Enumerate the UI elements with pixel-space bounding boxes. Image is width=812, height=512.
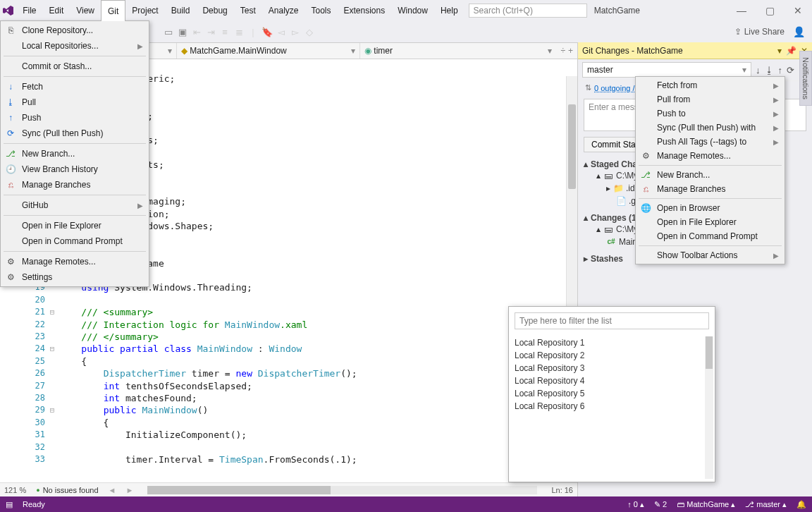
repo-list-item[interactable]: Local Repository 2 xyxy=(515,349,709,362)
ctx-fetch-item[interactable]: Fetch from▶ xyxy=(636,78,785,92)
search-input[interactable]: Search (Ctrl+Q) xyxy=(469,4,587,18)
ctx-remotes-item[interactable]: ⚙Manage Remotes... xyxy=(636,149,785,163)
menu-project[interactable]: Project xyxy=(125,0,164,21)
nav-class-combo[interactable]: ◆ MatchGame.MainWindow▾ xyxy=(176,43,359,59)
git-sync-item[interactable]: ⟳Sync (Pull then Push) xyxy=(1,126,149,141)
menu-analyze[interactable]: Analyze xyxy=(262,0,305,21)
status-push-count[interactable]: ↑ 0 ▴ xyxy=(627,500,644,509)
push-icon: ↑ xyxy=(5,113,16,123)
nav-member-combo[interactable]: ◉ timer▾ xyxy=(359,43,556,59)
select-all-icon[interactable]: ▣ xyxy=(176,25,189,38)
expand-icon[interactable]: + xyxy=(568,46,573,56)
menu-git[interactable]: Git xyxy=(101,0,125,21)
no-issues-indicator[interactable]: No issues found xyxy=(36,486,98,494)
status-branch[interactable]: ⎇ master ▴ xyxy=(745,500,787,509)
minimize-button[interactable]: — xyxy=(727,0,756,21)
git-explorer-item[interactable]: Open in File Explorer xyxy=(1,218,149,233)
bookmark-next-icon[interactable]: ▻ xyxy=(289,25,302,38)
menu-window[interactable]: Window xyxy=(391,0,434,21)
comment-icon[interactable]: ≣ xyxy=(233,25,245,38)
git-menu-dropdown: ⎘Clone Repository... Local Repositories.… xyxy=(0,20,149,287)
repo-list-item[interactable]: Local Repository 4 xyxy=(515,374,709,387)
pull-icon[interactable]: ⭳ xyxy=(765,65,774,75)
git-pull-item[interactable]: ⭳Pull xyxy=(1,95,149,110)
ctx-explorer-item[interactable]: Open in File Explorer xyxy=(636,215,785,229)
bookmark-clear-icon[interactable]: ◇ xyxy=(303,25,316,38)
account-icon[interactable]: 👤 xyxy=(793,26,805,37)
vs-logo-icon xyxy=(0,5,16,16)
git-local-repos-item[interactable]: Local Repositories...▶ xyxy=(1,38,149,54)
repo-filter-input[interactable] xyxy=(515,312,709,329)
repo-list-item[interactable]: Local Repository 5 xyxy=(515,387,709,400)
git-push-item[interactable]: ↑Push xyxy=(1,110,149,126)
git-commit-item[interactable]: Commit or Stash... xyxy=(1,59,149,74)
ctx-toolbar-item[interactable]: Show Toolbar Actions▶ xyxy=(636,248,785,262)
next-issue-icon[interactable]: ► xyxy=(125,486,133,494)
local-repos-popup: Local Repository 1Local Repository 2Loca… xyxy=(508,306,715,482)
prev-issue-icon[interactable]: ◄ xyxy=(109,486,116,494)
ctx-sync-item[interactable]: Sync (Pull then Push) with▶ xyxy=(636,121,785,135)
git-fetch-item[interactable]: ↓Fetch xyxy=(1,79,149,95)
status-bell-icon[interactable]: 🔔 xyxy=(796,500,806,509)
menu-debug[interactable]: Debug xyxy=(196,0,233,21)
maximize-button[interactable]: ▢ xyxy=(756,0,784,21)
status-changes-count[interactable]: ✎ 2 xyxy=(654,500,667,509)
ctx-pull-item[interactable]: Pull from▶ xyxy=(636,92,785,106)
line-indicator: Ln: 16 xyxy=(551,486,573,494)
ctx-manage-branches-item[interactable]: ⎌Manage Branches xyxy=(636,182,785,196)
branch-name: master xyxy=(587,65,613,75)
indent-right-icon[interactable]: ⇥ xyxy=(204,25,217,38)
git-manage-branches-item[interactable]: ⎌Manage Branches xyxy=(1,177,149,193)
split-icon[interactable]: ÷ xyxy=(560,46,565,56)
menu-extensions[interactable]: Extensions xyxy=(338,0,392,21)
select-icon[interactable]: ▭ xyxy=(162,25,175,38)
push-icon[interactable]: ↑ xyxy=(778,65,783,75)
file-icon: 📄 xyxy=(616,195,626,207)
status-bar: ▤ Ready ↑ 0 ▴ ✎ 2 🗃 MatchGame ▴ ⎇ master… xyxy=(0,496,812,512)
branch-combo[interactable]: master ▾ xyxy=(582,62,751,78)
menu-file[interactable]: File xyxy=(16,0,42,21)
sync-icon[interactable]: ⟳ xyxy=(787,65,794,75)
outgoing-link[interactable]: 0 outgoing / xyxy=(594,84,635,92)
git-cmd-item[interactable]: Open in Command Prompt xyxy=(1,233,149,249)
ctx-cmd-item[interactable]: Open in Command Prompt xyxy=(636,229,785,243)
zoom-level[interactable]: 121 % xyxy=(4,486,26,494)
menu-test[interactable]: Test xyxy=(234,0,262,21)
git-clone-item[interactable]: ⎘Clone Repository... xyxy=(1,23,149,38)
fetch-icon[interactable]: ↓ xyxy=(756,65,761,75)
live-share-button[interactable]: ⇪ Live Share xyxy=(734,27,785,37)
format-icon[interactable]: ≡ xyxy=(219,25,231,38)
ctx-tags-item[interactable]: Push All Tags (--tags) to▶ xyxy=(636,135,785,149)
repo-list-item[interactable]: Local Repository 6 xyxy=(515,400,709,413)
ctx-push-item[interactable]: Push to▶ xyxy=(636,106,785,121)
gear-icon: ⚙ xyxy=(5,272,16,282)
bookmark-icon[interactable]: 🔖 xyxy=(261,25,273,38)
git-new-branch-item[interactable]: ⎇New Branch... xyxy=(1,146,149,161)
git-history-item[interactable]: 🕘View Branch History xyxy=(1,161,149,177)
repo-popup-scrollbar[interactable] xyxy=(705,336,713,479)
menu-build[interactable]: Build xyxy=(165,0,197,21)
repo-list-item[interactable]: Local Repository 3 xyxy=(515,362,709,374)
ctx-browser-item[interactable]: 🌐Open in Browser xyxy=(636,201,785,215)
notifications-tab[interactable]: Notifications xyxy=(799,51,812,106)
ctx-new-branch-item[interactable]: ⎇New Branch... xyxy=(636,168,785,182)
indent-left-icon[interactable]: ⇤ xyxy=(190,25,203,38)
close-button[interactable]: ✕ xyxy=(784,0,812,21)
panel-autodock-icon[interactable]: 📌 xyxy=(786,46,796,56)
menu-tools[interactable]: Tools xyxy=(305,0,338,21)
cs-file-icon: c# xyxy=(606,236,616,248)
status-repo[interactable]: 🗃 MatchGame ▴ xyxy=(677,500,735,509)
horizontal-scrollbar[interactable] xyxy=(147,486,537,494)
repo-list-item[interactable]: Local Repository 1 xyxy=(515,336,709,349)
menu-view[interactable]: View xyxy=(70,0,101,21)
panel-pin-icon[interactable]: ▾ xyxy=(777,46,782,56)
folder-icon: 📁 xyxy=(613,182,623,195)
git-remotes-item[interactable]: ⚙Manage Remotes... xyxy=(1,254,149,269)
menu-edit[interactable]: Edit xyxy=(43,0,70,21)
menu-bar: File Edit View Git Project Build Debug T… xyxy=(16,0,464,21)
bookmark-prev-icon[interactable]: ◅ xyxy=(275,25,288,38)
status-output-icon[interactable]: ▤ xyxy=(6,500,13,509)
git-settings-item[interactable]: ⚙Settings xyxy=(1,269,149,285)
menu-help[interactable]: Help xyxy=(434,0,465,21)
git-github-item[interactable]: GitHub▶ xyxy=(1,197,149,213)
